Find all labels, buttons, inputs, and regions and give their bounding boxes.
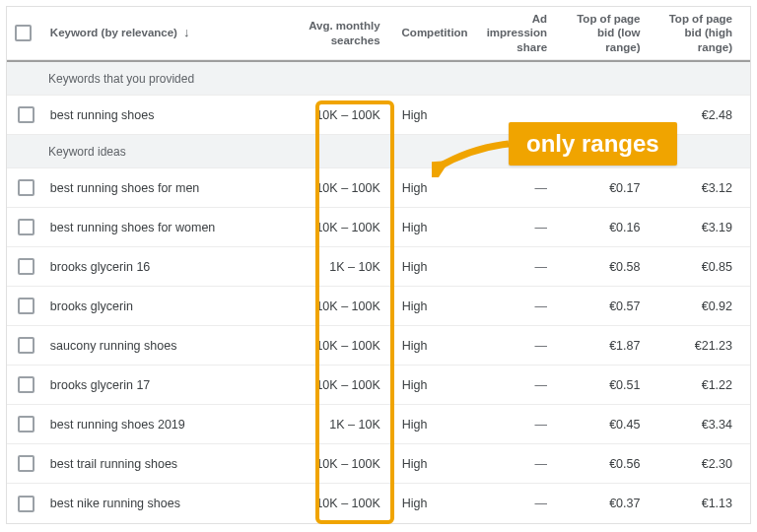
cell-competition: High <box>402 181 428 195</box>
cell-bid-low: €0.37 <box>609 497 640 510</box>
cell-bid-high: €0.92 <box>702 299 732 313</box>
row-checkbox[interactable] <box>18 455 34 472</box>
cell-avg: 10K – 100K <box>315 339 379 353</box>
header-checkbox-cell <box>7 25 46 41</box>
table-row[interactable]: brooks glycerin 16 1K – 10K High — €0.58… <box>7 247 750 287</box>
cell-bid-high: €3.34 <box>702 418 732 432</box>
col-header-impression-label: Ad impression share <box>476 12 547 54</box>
cell-keyword: best nike running shoes <box>50 497 180 510</box>
cell-impression: — <box>534 299 547 313</box>
cell-avg: 10K – 100K <box>315 457 379 471</box>
col-header-bid-high-label: Top of page bid (high range) <box>662 12 732 54</box>
table-row[interactable]: best running shoes for women 10K – 100K … <box>7 208 750 247</box>
cell-avg: 10K – 100K <box>315 108 379 122</box>
cell-avg: 10K – 100K <box>315 378 379 392</box>
col-header-competition[interactable]: Competition <box>394 26 468 39</box>
cell-bid-high: €2.48 <box>702 108 732 122</box>
col-header-keyword-label: Keyword (by relevance) <box>50 26 177 39</box>
cell-keyword: brooks glycerin 16 <box>50 260 150 274</box>
row-checkbox[interactable] <box>18 376 34 393</box>
cell-avg: 10K – 100K <box>315 497 379 510</box>
row-checkbox[interactable] <box>18 106 34 123</box>
table-row[interactable]: best running shoes 2019 1K – 10K High — … <box>7 405 750 444</box>
col-header-bid-high[interactable]: Top of page bid (high range) <box>654 12 750 54</box>
cell-competition: High <box>402 260 428 274</box>
cell-bid-high: €2.30 <box>702 457 732 471</box>
row-checkbox[interactable] <box>18 258 34 275</box>
cell-impression: — <box>534 260 547 274</box>
keyword-planner-table: Keyword (by relevance) ↓ Avg. monthly se… <box>6 6 751 524</box>
cell-competition: High <box>402 378 428 392</box>
arrow-down-icon: ↓ <box>183 25 190 40</box>
cell-bid-low: €0.16 <box>609 221 640 234</box>
cell-impression: — <box>534 339 547 353</box>
cell-keyword: brooks glycerin <box>50 299 133 313</box>
cell-avg: 10K – 100K <box>315 299 379 313</box>
cell-bid-low: €0.51 <box>609 378 640 392</box>
cell-competition: High <box>402 221 428 234</box>
cell-impression: — <box>534 181 547 195</box>
cell-competition: High <box>402 457 428 471</box>
cell-bid-low: €0.57 <box>609 299 640 313</box>
cell-impression: — <box>534 221 547 234</box>
cell-competition: High <box>402 339 428 353</box>
cell-keyword: best running shoes for men <box>50 181 199 195</box>
cell-keyword: best running shoes for women <box>50 221 215 234</box>
row-checkbox[interactable] <box>18 179 34 196</box>
col-header-keyword[interactable]: Keyword (by relevance) ↓ <box>46 25 257 40</box>
cell-competition: High <box>402 497 428 510</box>
cell-impression: — <box>534 497 547 510</box>
table-row[interactable]: best trail running shoes 10K – 100K High… <box>7 444 750 484</box>
table-row[interactable]: best nike running shoes 10K – 100K High … <box>7 484 750 523</box>
cell-bid-low: €0.17 <box>609 181 640 195</box>
table-row[interactable]: saucony running shoes 10K – 100K High — … <box>7 326 750 366</box>
cell-avg: 1K – 10K <box>329 418 379 432</box>
select-all-checkbox[interactable] <box>15 25 32 41</box>
row-checkbox[interactable] <box>18 337 34 354</box>
col-header-avg[interactable]: Avg. monthly searches <box>256 19 393 47</box>
cell-avg: 10K – 100K <box>315 221 379 234</box>
cell-competition: High <box>402 299 428 313</box>
cell-bid-high: €0.85 <box>702 260 732 274</box>
cell-keyword: best running shoes 2019 <box>50 418 185 432</box>
cell-competition: High <box>402 418 428 432</box>
callout-label-text: only ranges <box>526 130 659 157</box>
row-checkbox[interactable] <box>18 219 34 235</box>
cell-keyword: best running shoes <box>50 108 155 122</box>
cell-bid-high: €3.19 <box>702 221 732 234</box>
table-row[interactable]: brooks glycerin 17 10K – 100K High — €0.… <box>7 366 750 405</box>
col-header-competition-label: Competition <box>402 26 468 39</box>
cell-impression: — <box>534 378 547 392</box>
row-checkbox[interactable] <box>18 298 34 314</box>
callout-label: only ranges <box>509 122 677 166</box>
col-header-bid-low-label: Top of page bid (low range) <box>569 12 640 54</box>
row-checkbox[interactable] <box>18 416 34 432</box>
cell-bid-low: €0.58 <box>609 260 640 274</box>
cell-keyword: brooks glycerin 17 <box>50 378 150 392</box>
cell-impression: — <box>534 457 547 471</box>
cell-bid-low: €0.45 <box>609 418 640 432</box>
cell-keyword: saucony running shoes <box>50 339 177 353</box>
section-header-ideas-label: Keyword ideas <box>48 145 126 159</box>
section-header-provided-label: Keywords that you provided <box>48 72 194 86</box>
col-header-impression[interactable]: Ad impression share <box>468 12 561 54</box>
row-checkbox[interactable] <box>18 496 34 512</box>
col-header-bid-low[interactable]: Top of page bid (low range) <box>561 12 654 54</box>
cell-avg: 1K – 10K <box>329 260 379 274</box>
section-header-provided: Keywords that you provided <box>7 62 750 96</box>
col-header-avg-label: Avg. monthly searches <box>264 19 379 47</box>
cell-competition: High <box>402 108 428 122</box>
cell-bid-high: €21.23 <box>695 339 732 353</box>
table-row[interactable]: best running shoes for men 10K – 100K Hi… <box>7 168 750 208</box>
cell-bid-low: €0.56 <box>609 457 640 471</box>
cell-bid-high: €1.22 <box>702 378 732 392</box>
cell-bid-high: €1.13 <box>702 497 732 510</box>
cell-bid-high: €3.12 <box>702 181 732 195</box>
table-row[interactable]: brooks glycerin 10K – 100K High — €0.57 … <box>7 287 750 326</box>
arrow-left-icon <box>432 138 511 177</box>
cell-bid-low: €1.87 <box>609 339 640 353</box>
cell-avg: 10K – 100K <box>315 181 379 195</box>
table-header-row: Keyword (by relevance) ↓ Avg. monthly se… <box>7 7 750 60</box>
cell-keyword: best trail running shoes <box>50 457 177 471</box>
cell-impression: — <box>534 418 547 432</box>
